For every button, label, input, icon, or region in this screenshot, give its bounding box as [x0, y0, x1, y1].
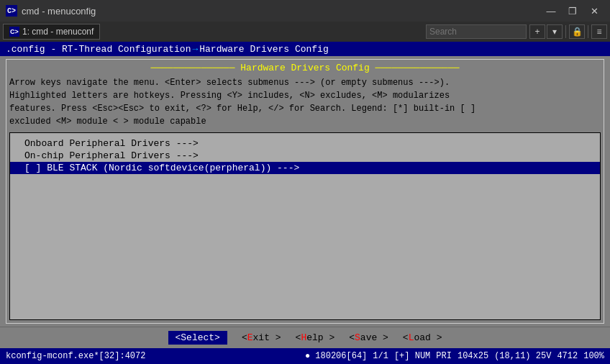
help-text: Arrow keys navigate the menu. <Enter> se… — [9, 76, 601, 128]
window-title: cmd - menuconfig — [22, 6, 96, 17]
add-button[interactable]: + — [529, 24, 545, 39]
window-controls: — ❐ ✕ — [541, 4, 604, 18]
restore-button[interactable]: ❐ — [563, 4, 583, 18]
breadcrumb: .config - RT-Thread Configuration → Hard… — [0, 42, 610, 56]
status-item-0: ● 180206[64] — [305, 351, 367, 361]
config-box: ─────────────── Hardware Drivers Config … — [6, 59, 604, 324]
app-icon: C> — [6, 5, 17, 17]
help-line-4: excluded <M> module < > module capable — [9, 115, 601, 128]
search-area: + ▾ 🔒 ≡ — [426, 24, 607, 39]
main-content: ─────────────── Hardware Drivers Config … — [0, 56, 610, 327]
status-item-2: [+] NUM — [394, 351, 430, 361]
status-left: kconfig-mconf.exe*[32]:4072 — [6, 351, 145, 361]
menu-list-box: Onboard Peripheral Drivers --->On-chip P… — [9, 132, 601, 320]
exit-button[interactable]: < Exit > — [242, 332, 281, 343]
menu-item-ble[interactable]: [ ] BLE STACK (Nordic softdevice(perpher… — [10, 162, 600, 174]
menu-item-onboard[interactable]: Onboard Peripheral Drivers ---> — [10, 137, 600, 150]
menu-prefix: [ ] — [24, 163, 47, 173]
status-item-3: PRI — [436, 351, 452, 361]
help-line-3: features. Press <Esc><Esc> to exit, <?> … — [9, 102, 601, 115]
tab-icon: C> — [9, 27, 19, 37]
status-item-4: 104x25 — [458, 351, 488, 361]
tab-label: 1: cmd - menuconf — [22, 27, 94, 37]
settings-button[interactable]: ≡ — [591, 24, 607, 39]
config-box-title: ─────────────── Hardware Drivers Config … — [9, 63, 601, 73]
tab-item-1[interactable]: C> 1: cmd - menuconf — [3, 24, 100, 40]
breadcrumb-config: .config - RT-Thread Configuration — [6, 44, 191, 55]
help-line-1: Arrow keys navigate the menu. <Enter> se… — [9, 76, 601, 89]
status-item-6: 4712 — [557, 351, 578, 361]
hotkey: H — [301, 332, 306, 343]
save-button[interactable]: < Save > — [349, 332, 388, 343]
status-item-7: 100% — [583, 351, 604, 361]
status-bar: kconfig-mconf.exe*[32]:4072 ● 180206[64]… — [0, 348, 610, 364]
hotkey: S — [355, 332, 360, 343]
minimize-button[interactable]: — — [541, 4, 561, 18]
lock-button[interactable]: 🔒 — [569, 24, 585, 39]
menu-item-onchip[interactable]: On-chip Peripheral Drivers ---> — [10, 150, 600, 162]
status-right: ● 180206[64]1/1[+] NUMPRI104x25(18,11) 2… — [305, 351, 604, 361]
breadcrumb-section: Hardware Drivers Config — [199, 44, 328, 55]
title-bar: C> cmd - menuconfig — ❐ ✕ — [0, 0, 610, 22]
breadcrumb-separator: → — [192, 44, 198, 55]
tab-bar-left: C> 1: cmd - menuconf — [3, 24, 100, 40]
title-bar-left: C> cmd - menuconfig — [6, 5, 96, 17]
bottom-bar: <Select>< Exit >< Help >< Save >< Load > — [0, 327, 610, 348]
select-button[interactable]: <Select> — [168, 331, 227, 345]
tab-bar: C> 1: cmd - menuconf + ▾ 🔒 ≡ — [0, 22, 610, 42]
help-line-2: Highlighted letters are hotkeys. Pressin… — [9, 89, 601, 102]
separator — [565, 25, 566, 38]
toolbar-icons: + ▾ 🔒 ≡ — [529, 24, 607, 39]
status-item-5: (18,11) 25V — [494, 351, 551, 361]
load-button[interactable]: < Load > — [403, 332, 442, 343]
hotkey: L — [409, 332, 414, 343]
close-button[interactable]: ✕ — [584, 4, 604, 18]
separator2 — [588, 25, 588, 38]
hotkey: E — [247, 332, 253, 343]
status-item-1: 1/1 — [373, 351, 388, 361]
help-button[interactable]: < Help > — [296, 332, 335, 343]
search-input[interactable] — [426, 24, 527, 39]
dropdown-button[interactable]: ▾ — [547, 24, 563, 39]
